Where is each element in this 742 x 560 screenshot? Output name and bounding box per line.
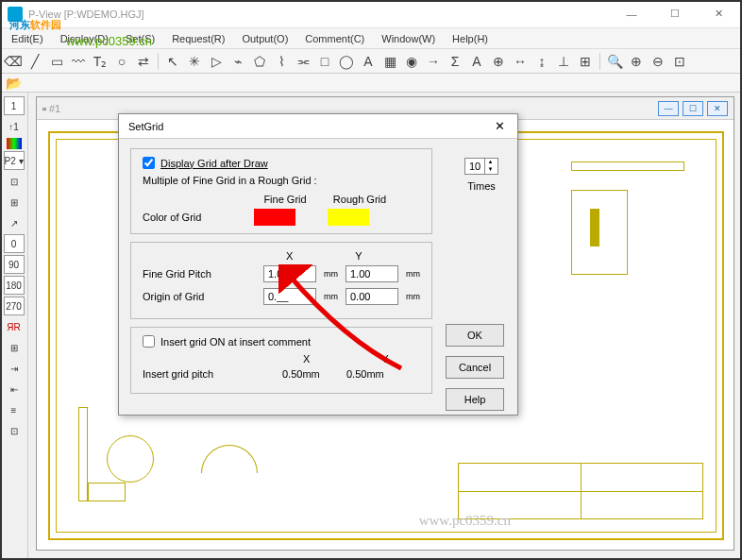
insert-pitch-y: 0.50mm [346, 368, 403, 380]
display-grid-checkbox[interactable] [143, 157, 155, 169]
spin-up-icon[interactable]: ▲ [484, 159, 496, 166]
ellipse-icon[interactable]: ◯ [337, 52, 356, 71]
lp-tool3[interactable]: ↗ [4, 213, 25, 232]
rect-icon[interactable]: ▭ [47, 52, 66, 71]
dim-icon[interactable]: ⊕ [489, 52, 508, 71]
spring-icon[interactable]: ⌇ [272, 52, 291, 71]
setgrid-dialog: SetGrid ✕ Display Grid after Draw Multip… [118, 113, 518, 416]
origin-y-input[interactable] [346, 288, 398, 305]
close-button[interactable]: ✕ [702, 2, 734, 26]
lp-t5[interactable]: ⊡ [4, 421, 25, 440]
child-title: #1 [49, 103, 60, 114]
lp-color[interactable] [7, 138, 22, 149]
lp-1[interactable]: 1 [4, 96, 25, 115]
lp-180[interactable]: 180 [4, 276, 25, 295]
fine-color-swatch[interactable] [254, 209, 295, 226]
cursor-icon[interactable]: ↖ [163, 52, 182, 71]
lp-90[interactable]: 90 [4, 255, 25, 274]
origin-x-input[interactable] [263, 288, 316, 305]
grid-icon[interactable]: ⊞ [576, 52, 595, 71]
open-icon[interactable]: 📂 [4, 74, 23, 93]
display-grid-label: Display Grid after Draw [160, 158, 268, 169]
lp-tool2[interactable]: ⊞ [4, 193, 25, 212]
menu-comment[interactable]: Comment(C) [297, 31, 372, 46]
insert-on-checkbox[interactable] [143, 335, 155, 348]
child-min[interactable]: — [658, 101, 679, 116]
line-icon[interactable]: ╱ [25, 52, 44, 71]
titlebar: P-View [P:WDEMO.HGJ] — ☐ ✕ [0, 0, 742, 28]
pentagon-icon[interactable]: ⬠ [250, 52, 269, 71]
toolbar: ⌫ ╱ ▭ 〰 T₂ ○ ⇄ ↖ ✳ ▷ ⌁ ⬠ ⌇ ⫘ □ ◯ A ▦ ◉ →… [0, 49, 742, 74]
lp-arrow[interactable]: ↑1 [4, 117, 25, 136]
dialog-title: SetGrid [128, 121, 163, 132]
rough-color-swatch[interactable] [328, 209, 369, 226]
menu-output[interactable]: Output(O) [234, 31, 295, 46]
lp-tool1[interactable]: ⊡ [4, 172, 25, 191]
child-max[interactable]: ☐ [683, 101, 703, 116]
star-icon[interactable]: ✳ [185, 52, 204, 71]
zoomfit-icon[interactable]: ⊡ [670, 52, 689, 71]
lp-t4[interactable]: ≡ [4, 400, 25, 419]
fine-pitch-y-input[interactable] [346, 265, 398, 282]
x-header: X [286, 250, 293, 262]
a-icon[interactable]: A [467, 52, 486, 71]
times-label: Times [464, 180, 498, 192]
left-panel: 1 ↑1 P2 ▾ ⊡ ⊞ ↗ 0 90 180 270 ЯR ⊞ ⇥ ⇤ ≡ … [0, 93, 28, 558]
dialog-close-button[interactable]: ✕ [491, 118, 508, 135]
color-label: Color of Grid [143, 212, 246, 223]
fine-pitch-label: Fine Grid Pitch [143, 268, 256, 280]
multiple-label: Multiple of Fine Grid in a Rough Grid : [143, 175, 317, 186]
subscript-icon[interactable]: T₂ [91, 52, 110, 71]
lp-p2[interactable]: P2 ▾ [4, 151, 25, 170]
cancel-button[interactable]: Cancel [446, 356, 504, 379]
insert-on-label: Insert grid ON at insert comment [160, 336, 311, 348]
y-header: Y [355, 250, 362, 262]
zoomin-icon[interactable]: 🔍 [605, 52, 624, 71]
lp-t3[interactable]: ⇤ [4, 380, 25, 399]
multiple-input[interactable] [465, 159, 484, 174]
dim3-icon[interactable]: ↨ [532, 52, 551, 71]
lp-t1[interactable]: ⊞ [4, 338, 25, 357]
maximize-button[interactable]: ☐ [659, 2, 691, 26]
insert-pitch-label: Insert grid pitch [143, 368, 275, 380]
play-icon[interactable]: ▷ [207, 52, 226, 71]
square-icon[interactable]: □ [315, 52, 334, 71]
swap-icon[interactable]: ⇄ [134, 52, 153, 71]
sigma-icon[interactable]: Σ [446, 52, 464, 71]
lp-0[interactable]: 0 [4, 234, 25, 253]
insert-pitch-x: 0.50mm [282, 368, 339, 380]
minimize-button[interactable]: — [616, 2, 648, 26]
target-icon[interactable]: ◉ [402, 52, 421, 71]
lp-mirror[interactable]: ЯR [4, 317, 25, 336]
watermark-logo: 河东软件园 [9, 9, 61, 34]
lp-t2[interactable]: ⇥ [4, 359, 25, 378]
text-icon[interactable]: A [359, 52, 378, 71]
zoomplus-icon[interactable]: ⊕ [627, 52, 646, 71]
arrowright-icon[interactable]: → [424, 52, 443, 71]
fill-icon[interactable]: ▦ [380, 52, 399, 71]
eraser-icon[interactable]: ⌫ [4, 52, 23, 71]
doc-icon: ▫ [42, 103, 46, 114]
origin-label: Origin of Grid [143, 291, 256, 302]
spin-down-icon[interactable]: ▼ [484, 166, 496, 174]
fine-pitch-x-input[interactable] [263, 265, 316, 282]
menu-window[interactable]: Window(W) [374, 31, 443, 46]
fine-grid-header: Fine Grid [254, 194, 316, 205]
ok-button[interactable]: OK [446, 324, 504, 347]
axis-icon[interactable]: ⊥ [554, 52, 573, 71]
dim2-icon[interactable]: ↔ [511, 52, 530, 71]
watermark-center: www.pc0359.cn [419, 513, 511, 529]
resistor-icon[interactable]: ⫘ [294, 52, 312, 71]
child-close[interactable]: ✕ [707, 101, 728, 116]
multiple-spinner[interactable]: ▲▼ [464, 158, 498, 175]
wave-icon[interactable]: 〰 [69, 52, 88, 71]
lp-270[interactable]: 270 [4, 297, 25, 315]
circle-icon[interactable]: ○ [112, 52, 131, 71]
help-button[interactable]: Help [446, 388, 504, 411]
menu-help[interactable]: Help(H) [445, 31, 496, 46]
zoomminus-icon[interactable]: ⊖ [649, 52, 667, 71]
zigzag-icon[interactable]: ⌁ [228, 52, 247, 71]
rough-grid-header: Rough Grid [324, 194, 396, 205]
watermark-url: www.pc0359.cn [66, 34, 152, 48]
menu-request[interactable]: Request(R) [164, 31, 232, 46]
